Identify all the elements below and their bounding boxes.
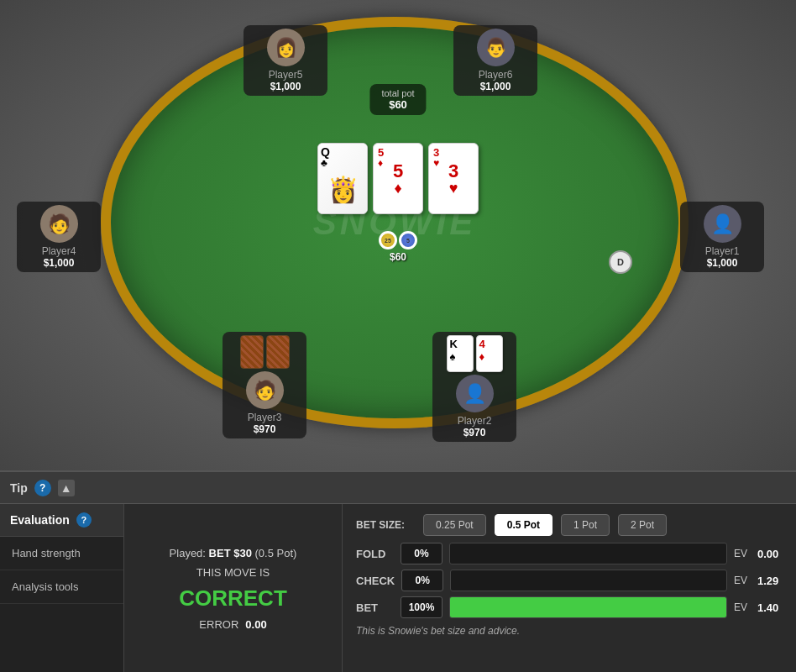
player6-stack: $1,000	[462, 81, 529, 92]
table-chips: 25 5 $60	[379, 231, 417, 263]
chips-amount: $60	[390, 251, 406, 263]
player-box-player4: 🧑 Player4 $1,000	[17, 202, 101, 272]
sidebar-title: Evaluation	[10, 513, 70, 527]
community-card-2: 5 ♦ 5 ♦	[373, 143, 423, 214]
player5-stack: $1,000	[252, 81, 319, 92]
action-rows: FOLD 0% EV 0.00 CHECK 0% EV 1.29	[356, 543, 783, 618]
action-bar-container-fold	[449, 543, 727, 564]
player3-name: Player3	[231, 412, 298, 423]
error-label: ERROR	[199, 618, 238, 631]
played-prefix: Played:	[170, 547, 206, 559]
played-detail: (0.5 Pot)	[255, 547, 297, 559]
ev-value-check: 1.29	[757, 575, 783, 587]
player1-name: Player1	[689, 245, 756, 257]
avatar-player1: 👤	[704, 205, 741, 243]
pot-label: total pot	[381, 88, 414, 98]
tip-label: Tip	[10, 481, 28, 495]
player2-card-four: 4♦	[476, 335, 503, 372]
eval-help-icon[interactable]: ?	[76, 512, 92, 528]
community-cards: Q ♣ 👸 5 ♦ 5 ♦ 3 ♥ 3 ♥	[317, 143, 479, 214]
player-box-player5: 👩 Player5 $1,000	[244, 25, 327, 96]
player-box-player2: K♠ 4♦ 👤 Player2 $970	[432, 332, 516, 442]
action-bar-container-bet	[449, 596, 727, 618]
bet-size-row: BET SIZE: 0.25 Pot 0.5 Pot 1 Pot 2 Pot	[356, 514, 783, 536]
analysis-panel: BET SIZE: 0.25 Pot 0.5 Pot 1 Pot 2 Pot F…	[343, 504, 796, 672]
ev-value-bet: 1.40	[757, 601, 783, 614]
player3-hole-cards	[231, 335, 298, 369]
chip-2: 5	[399, 231, 417, 249]
action-bar-bet	[450, 597, 726, 617]
player2-card-king: K♠	[447, 335, 474, 372]
left-sidebar: Evaluation ? Hand strength Analysis tool…	[0, 504, 124, 672]
table-felt: SNOWIE	[101, 17, 689, 428]
sidebar-item-analysis-tools[interactable]: Analysis tools	[0, 570, 123, 604]
card-back-2	[266, 335, 290, 369]
sidebar-item-hand-strength[interactable]: Hand strength	[0, 537, 123, 570]
player6-name: Player6	[462, 69, 529, 81]
bet-btn-05pot[interactable]: 0.5 Pot	[495, 514, 552, 536]
ev-label-fold: EV	[734, 548, 751, 559]
evaluation-panel: Played: BET $30 (0.5 Pot) THIS MOVE IS C…	[124, 504, 343, 672]
player5-name: Player5	[252, 69, 319, 81]
ev-value-fold: 0.00	[757, 548, 783, 560]
bet-btn-1pot[interactable]: 1 Pot	[561, 514, 610, 536]
avatar-player6: 👨	[477, 29, 515, 66]
action-name-check: CHECK	[356, 575, 395, 587]
played-info: Played: BET $30 (0.5 Pot)	[170, 547, 297, 559]
community-card-1: Q ♣ 👸	[317, 143, 368, 214]
correct-value: CORRECT	[179, 585, 287, 612]
player4-name: Player4	[25, 245, 92, 257]
error-value: 0.00	[245, 618, 266, 631]
poker-table-area: SNOWIE total pot $60 Q ♣ 👸 5 ♦ 5 ♦ 3 ♥ 3…	[0, 0, 796, 470]
played-action: BET $30	[209, 547, 252, 559]
card-back-1	[240, 335, 264, 369]
action-row-fold: FOLD 0% EV 0.00	[356, 543, 783, 564]
action-pct-fold: 0%	[401, 543, 443, 564]
error-row: ERROR 0.00	[199, 618, 266, 631]
player2-hole-cards: K♠ 4♦	[441, 335, 508, 372]
dealer-button: D	[609, 250, 632, 274]
avatar-player5: 👩	[267, 29, 305, 66]
player4-stack: $1,000	[25, 257, 92, 269]
ev-label-bet: EV	[734, 601, 751, 613]
sidebar-header: Evaluation ?	[0, 504, 123, 537]
bet-btn-2pot[interactable]: 2 Pot	[618, 514, 667, 536]
action-row-check: CHECK 0% EV 1.29	[356, 570, 783, 591]
action-pct-bet: 100%	[401, 596, 443, 618]
chip-1: 25	[379, 231, 397, 249]
tip-help-icon[interactable]: ?	[34, 480, 51, 496]
tip-toggle-button[interactable]: ▲	[58, 480, 75, 496]
avatar-player2: 👤	[456, 375, 494, 412]
avatar-player3: 🧑	[246, 371, 284, 409]
bet-btn-025pot[interactable]: 0.25 Pot	[423, 514, 486, 536]
ev-label-check: EV	[734, 575, 751, 586]
player-box-player6: 👨 Player6 $1,000	[453, 25, 537, 96]
correct-label: THIS MOVE IS	[196, 566, 270, 579]
community-card-3: 3 ♥ 3 ♥	[428, 143, 479, 214]
action-bar-container-check	[450, 570, 727, 591]
player1-stack: $1,000	[689, 257, 756, 269]
snowie-advice: This is Snowie's bet size and advice.	[356, 625, 783, 637]
action-name-bet: BET	[356, 601, 394, 614]
player3-stack: $970	[231, 423, 298, 435]
avatar-player4: 🧑	[40, 205, 78, 243]
pot-display: total pot $60	[369, 84, 426, 115]
action-row-bet: BET 100% EV 1.40	[356, 596, 783, 618]
bet-size-label: BET SIZE:	[356, 519, 415, 531]
tip-bar: Tip ? ▲	[0, 472, 796, 504]
player-box-player3: 🧑 Player3 $970	[223, 332, 306, 438]
player2-name: Player2	[441, 415, 508, 427]
bottom-panel: Tip ? ▲ Evaluation ? Hand strength Analy…	[0, 470, 796, 672]
player2-stack: $970	[441, 427, 508, 438]
action-pct-check: 0%	[401, 570, 443, 591]
player-box-player1: 👤 Player1 $1,000	[680, 202, 764, 272]
bottom-content: Evaluation ? Hand strength Analysis tool…	[0, 504, 796, 672]
action-name-fold: FOLD	[356, 548, 394, 560]
pot-amount: $60	[381, 98, 414, 111]
